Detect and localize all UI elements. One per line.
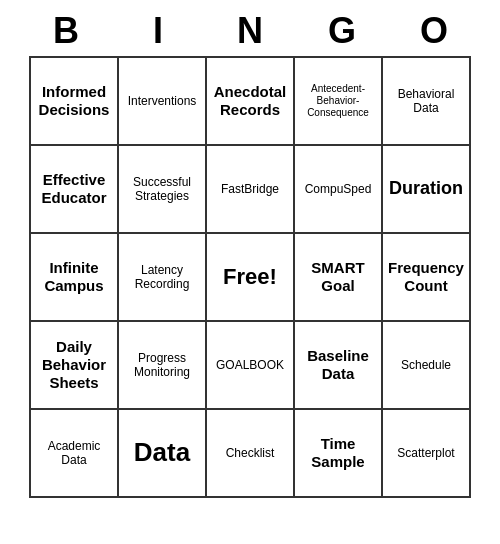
bingo-cell-16: Progress Monitoring: [119, 322, 207, 410]
bingo-header: B I N G O: [20, 10, 480, 52]
letter-n: N: [206, 10, 294, 52]
bingo-cell-1: Interventions: [119, 58, 207, 146]
bingo-cell-20: Academic Data: [31, 410, 119, 498]
letter-g: G: [298, 10, 386, 52]
letter-i: I: [114, 10, 202, 52]
bingo-cell-12: Free!: [207, 234, 295, 322]
bingo-cell-9: Duration: [383, 146, 471, 234]
bingo-cell-5: Effective Educator: [31, 146, 119, 234]
bingo-grid: Informed DecisionsInterventionsAnecdotal…: [29, 56, 471, 498]
letter-o: O: [390, 10, 478, 52]
bingo-cell-8: CompuSped: [295, 146, 383, 234]
bingo-cell-2: Anecdotal Records: [207, 58, 295, 146]
bingo-cell-6: Successful Strategies: [119, 146, 207, 234]
bingo-cell-3: Antecedent-Behavior-Consequence: [295, 58, 383, 146]
bingo-cell-21: Data: [119, 410, 207, 498]
bingo-cell-19: Schedule: [383, 322, 471, 410]
bingo-cell-4: Behavioral Data: [383, 58, 471, 146]
bingo-cell-24: Scatterplot: [383, 410, 471, 498]
bingo-cell-15: Daily Behavior Sheets: [31, 322, 119, 410]
letter-b: B: [22, 10, 110, 52]
bingo-cell-22: Checklist: [207, 410, 295, 498]
bingo-cell-23: Time Sample: [295, 410, 383, 498]
bingo-cell-18: Baseline Data: [295, 322, 383, 410]
bingo-cell-13: SMART Goal: [295, 234, 383, 322]
bingo-cell-14: Frequency Count: [383, 234, 471, 322]
bingo-cell-0: Informed Decisions: [31, 58, 119, 146]
bingo-cell-7: FastBridge: [207, 146, 295, 234]
bingo-cell-11: Latency Recording: [119, 234, 207, 322]
bingo-cell-10: Infinite Campus: [31, 234, 119, 322]
bingo-cell-17: GOALBOOK: [207, 322, 295, 410]
